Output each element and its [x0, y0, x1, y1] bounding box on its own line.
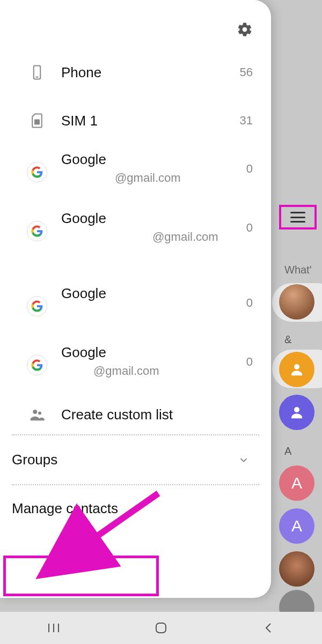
hamburger-menu-highlight: [279, 205, 317, 230]
avatar-initial: A: [291, 474, 302, 492]
phone-icon: [27, 62, 47, 83]
source-google-account[interactable]: Google @gmail.com 0: [0, 204, 271, 279]
people-icon: [27, 404, 47, 425]
source-title: Phone: [61, 64, 235, 81]
source-google-account[interactable]: Google @gmail.com 0: [0, 145, 271, 204]
groups-label: Groups: [12, 451, 57, 468]
source-title: Google: [61, 151, 241, 168]
avatar[interactable]: A: [279, 508, 314, 544]
source-google-account[interactable]: Google 0: [0, 279, 271, 338]
source-title: Google: [61, 210, 241, 227]
source-google-account[interactable]: Google @gmail.com 0: [0, 338, 271, 397]
source-email: @gmail.com: [61, 230, 241, 244]
avatar[interactable]: [279, 395, 314, 430]
svg-point-6: [38, 412, 41, 415]
contact-count: 0: [246, 296, 253, 310]
google-icon: [27, 162, 47, 182]
section-header-a: A: [284, 445, 291, 457]
chevron-down-icon: [238, 454, 250, 466]
settings-icon[interactable]: [237, 21, 253, 38]
groups-row[interactable]: Groups: [0, 435, 271, 484]
google-icon: [27, 355, 47, 375]
contact-count: 0: [246, 355, 253, 369]
avatar[interactable]: [279, 352, 314, 387]
svg-point-1: [294, 407, 299, 412]
svg-point-0: [294, 364, 299, 369]
svg-rect-11: [156, 623, 166, 633]
side-drawer: Phone 56 SIM 1 31 Google @gmail.com 0 Go…: [0, 0, 271, 598]
source-email: @gmail.com: [61, 171, 241, 185]
contact-count: 31: [240, 114, 253, 128]
android-nav-bar: [0, 612, 322, 644]
create-custom-list-label: Create custom list: [61, 406, 253, 423]
contact-count: 0: [246, 221, 253, 235]
google-icon: [27, 296, 47, 316]
svg-rect-4: [34, 120, 40, 125]
contact-count: 0: [246, 162, 253, 176]
sim-icon: [27, 110, 47, 131]
source-title: Google: [61, 285, 241, 302]
drawer-header: [0, 11, 271, 48]
manage-contacts-label: Manage contacts: [12, 500, 118, 516]
source-sim[interactable]: SIM 1 31: [0, 97, 271, 145]
manage-contacts[interactable]: Manage contacts: [0, 485, 271, 530]
avatar[interactable]: A: [279, 465, 314, 501]
contact-count: 56: [240, 65, 253, 79]
source-title: SIM 1: [61, 113, 235, 129]
create-custom-list[interactable]: Create custom list: [0, 397, 271, 434]
source-email: @gmail.com: [61, 364, 241, 378]
back-button[interactable]: [258, 617, 279, 639]
google-icon: [27, 221, 47, 241]
source-title: Google: [61, 344, 241, 361]
source-phone[interactable]: Phone 56: [0, 48, 271, 97]
avatar[interactable]: [279, 551, 314, 587]
section-header-amp: &: [284, 334, 291, 346]
svg-point-5: [33, 410, 37, 414]
hamburger-menu-icon[interactable]: [290, 212, 305, 223]
whats-new-label: What': [284, 264, 312, 276]
avatar[interactable]: [279, 284, 314, 320]
avatar-initial: A: [291, 517, 302, 535]
home-button[interactable]: [150, 617, 172, 639]
recent-apps-button[interactable]: [43, 617, 64, 639]
